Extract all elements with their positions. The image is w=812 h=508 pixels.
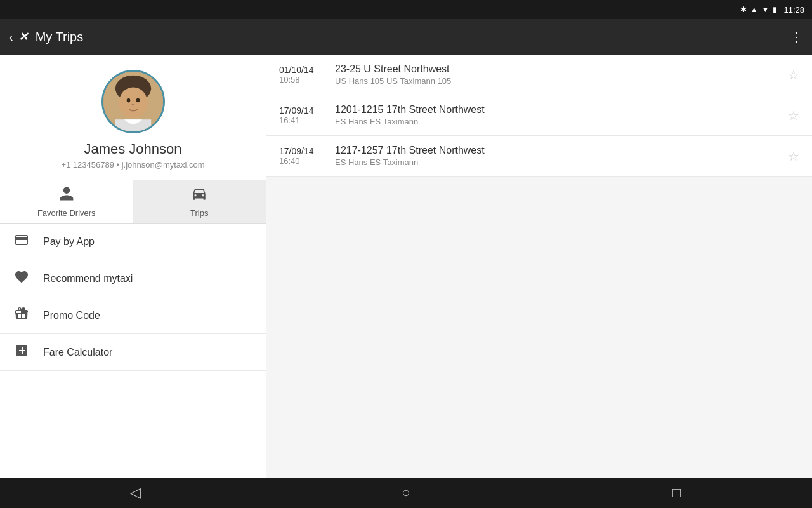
trip-item-2[interactable]: 17/09/14 16:40 1217-1257 17th Street Nor…	[266, 136, 812, 177]
menu-items: Pay by App Recommend mytaxi Promo Code	[0, 224, 266, 371]
tab-favorite-drivers[interactable]: Favorite Drivers	[0, 180, 133, 223]
bottom-nav-bar: ◁ ○ □	[0, 478, 812, 508]
trip-date-2: 17/09/14 16:40	[279, 146, 330, 166]
trip-star-1[interactable]: ☆	[788, 108, 799, 123]
main-layout: James Johnson +1 123456789 • j.johnson@m…	[0, 55, 812, 478]
pay-by-app-item[interactable]: Pay by App	[0, 224, 266, 260]
trip-driver-0: US Hans 105 US Taximann 105	[335, 76, 788, 86]
status-bar: ✱ ▲ ▼ ▮ 11:28	[0, 0, 812, 19]
page-title: My Trips	[36, 30, 790, 44]
trip-address-2: 1217-1257 17th Street Northwest	[335, 145, 788, 156]
promo-code-label: Promo Code	[43, 310, 100, 321]
trip-date-1: 17/09/14 16:41	[279, 105, 330, 125]
pay-by-app-label: Pay by App	[43, 236, 95, 248]
recent-nav-button[interactable]: □	[658, 478, 696, 508]
trip-driver-2: ES Hans ES Taximann	[335, 157, 788, 167]
trip-date-main-1: 17/09/14	[279, 105, 330, 116]
pay-by-app-icon	[13, 232, 30, 251]
person-icon	[58, 185, 75, 206]
trip-date-main-0: 01/10/14	[279, 65, 330, 75]
calculator-icon	[13, 343, 30, 361]
trip-item-1[interactable]: 17/09/14 16:41 1201-1215 17th Street Nor…	[266, 95, 812, 136]
heart-icon	[13, 269, 30, 288]
trip-info-0: 23-25 U Street Northwest US Hans 105 US …	[335, 64, 788, 86]
trip-date-main-2: 17/09/14	[279, 146, 330, 156]
trip-address-1: 1201-1215 17th Street Northwest	[335, 104, 788, 116]
recommend-mytaxi-label: Recommend mytaxi	[43, 273, 133, 284]
trip-item-0[interactable]: 01/10/14 10:58 23-25 U Street Northwest …	[266, 55, 812, 95]
home-nav-button[interactable]: ○	[387, 478, 425, 508]
status-time: 11:28	[783, 5, 804, 15]
trip-info-2: 1217-1257 17th Street Northwest ES Hans …	[335, 145, 788, 167]
top-bar: ‹ ✕ My Trips ⋮	[0, 19, 812, 55]
wifi-icon: ▼	[762, 5, 769, 14]
avatar-image	[103, 72, 163, 131]
trip-time-2: 16:40	[279, 156, 330, 166]
back-button[interactable]: ‹	[9, 30, 13, 44]
svg-point-3	[126, 98, 130, 103]
trip-time-1: 16:41	[279, 116, 330, 125]
left-panel: James Johnson +1 123456789 • j.johnson@m…	[0, 55, 266, 478]
recommend-mytaxi-item[interactable]: Recommend mytaxi	[0, 260, 266, 297]
gift-icon	[13, 306, 30, 324]
app-logo-icon: ✕	[18, 30, 28, 44]
fare-calculator-label: Fare Calculator	[43, 347, 112, 358]
overflow-menu-button[interactable]: ⋮	[790, 29, 803, 44]
tab-trips-label: Trips	[190, 208, 208, 218]
fare-calculator-item[interactable]: Fare Calculator	[0, 334, 266, 371]
avatar	[102, 70, 165, 133]
trip-driver-1: ES Hans ES Taximann	[335, 117, 788, 126]
trip-info-1: 1201-1215 17th Street Northwest ES Hans …	[335, 104, 788, 126]
tab-favorite-drivers-label: Favorite Drivers	[37, 208, 96, 218]
tab-trips[interactable]: Trips	[133, 180, 266, 223]
trip-address-0: 23-25 U Street Northwest	[335, 64, 788, 75]
trip-date-0: 01/10/14 10:58	[279, 65, 330, 84]
user-name: James Johnson	[84, 141, 181, 157]
tabs-section: Favorite Drivers Trips	[0, 180, 266, 224]
bluetooth-icon: ✱	[740, 5, 747, 14]
battery-icon: ▮	[773, 5, 777, 14]
svg-point-4	[136, 98, 140, 103]
trips-list: 01/10/14 10:58 23-25 U Street Northwest …	[266, 55, 812, 478]
car-icon	[191, 185, 207, 206]
profile-section: James Johnson +1 123456789 • j.johnson@m…	[0, 55, 266, 180]
trip-time-0: 10:58	[279, 75, 330, 84]
signal-icon: ▲	[750, 5, 758, 14]
user-contact: +1 123456789 • j.johnson@mytaxi.com	[61, 160, 204, 170]
back-nav-button[interactable]: ◁	[116, 478, 154, 508]
promo-code-item[interactable]: Promo Code	[0, 297, 266, 334]
svg-point-2	[119, 87, 147, 118]
trip-star-0[interactable]: ☆	[788, 67, 799, 83]
trip-star-2[interactable]: ☆	[788, 149, 799, 164]
